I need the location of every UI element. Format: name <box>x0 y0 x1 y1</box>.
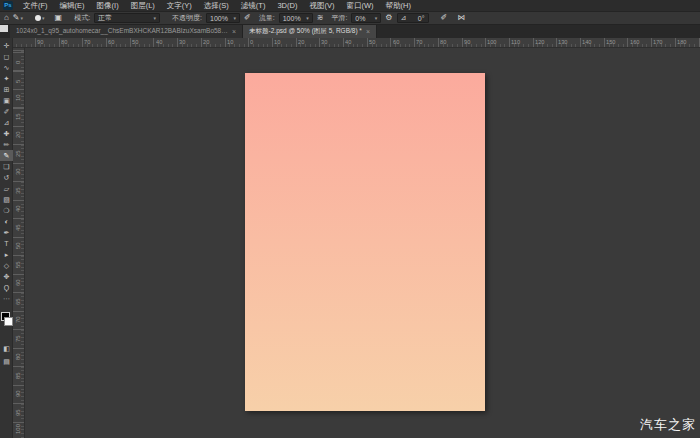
smoothing-select[interactable]: 0% ▾ <box>351 13 381 23</box>
pressure-opacity-icon[interactable]: ✐ <box>244 12 251 24</box>
brush-panel-toggle-icon[interactable]: ▣ <box>55 12 63 24</box>
brush-tool[interactable]: ✎ <box>0 150 13 161</box>
ruler-label: 50 <box>132 39 138 45</box>
brush-angle-field[interactable]: ⊿ 0° <box>397 13 429 23</box>
menu-item[interactable]: 图层(L) <box>125 0 161 12</box>
menu-item[interactable]: 编辑(E) <box>54 0 91 12</box>
document-canvas[interactable] <box>245 73 485 411</box>
chevron-down-icon: ▾ <box>21 15 24 21</box>
history-brush-tool[interactable]: ↺ <box>0 172 13 183</box>
blend-mode-select[interactable]: 正常 ▾ <box>94 13 160 23</box>
toolbar-more[interactable]: ⋯ <box>0 293 13 304</box>
workspace-corner <box>0 25 8 32</box>
ruler-label: 30 <box>15 168 21 175</box>
move-tool[interactable]: ✛ <box>0 40 13 51</box>
pressure-size-icon[interactable]: ✐ <box>441 12 448 24</box>
menu-item[interactable]: 选择(S) <box>198 0 235 12</box>
ruler-label: 20 <box>15 131 21 138</box>
menu-item[interactable]: 视图(V) <box>303 0 340 12</box>
chevron-down-icon: ▾ <box>42 15 45 21</box>
document-tab[interactable]: 1024x0_1_q95_autohomecar__ChsEmBXHCKAR12… <box>10 25 243 38</box>
vertical-ruler[interactable]: 0510152025303540455055606570758085909510… <box>13 48 25 438</box>
ruler-label: 15 <box>15 113 21 120</box>
horizontal-ruler[interactable]: 9080706050403020100102030405060708090100… <box>13 38 700 48</box>
clone-stamp-tool[interactable]: ❏ <box>0 161 13 172</box>
ruler-label: 95 <box>15 409 21 416</box>
ruler-label: 130 <box>558 39 568 45</box>
app-logo-icon[interactable]: Ps <box>3 1 13 10</box>
menu-items: 文件(F)编辑(E)图像(I)图层(L)文字(Y)选择(S)滤镜(T)3D(D)… <box>17 0 417 12</box>
flow-select[interactable]: 100% ▾ <box>279 13 313 23</box>
ruler-label: 5 <box>15 79 21 82</box>
angle-icon: ⊿ <box>401 14 407 22</box>
ruler-label: 10 <box>274 39 280 45</box>
pasteboard[interactable]: 汽车之家 <box>25 48 700 438</box>
ruler-tool[interactable]: ⊿ <box>0 117 13 128</box>
document-tab-title: 未标题-2.psd @ 50% (图层 5, RGB/8) * <box>249 27 362 36</box>
rectangular-marquee-tool[interactable]: ◻ <box>0 51 13 62</box>
quick-selection-tool[interactable]: ✦ <box>0 73 13 84</box>
gear-icon[interactable]: ⚙ <box>385 12 392 24</box>
ruler-label: 10 <box>15 94 21 101</box>
options-bar: ⌂ ✎ ▾ ▾ ▣ 模式: 正常 ▾ 不透明度: 100% ▾ ✐ 流量: 10… <box>0 12 700 25</box>
ruler-label: 160 <box>630 39 640 45</box>
frame-tool[interactable]: ▣ <box>0 95 13 106</box>
ruler-label: 170 <box>653 39 663 45</box>
menu-item[interactable]: 图像(I) <box>91 0 125 12</box>
ruler-label: 80 <box>15 353 21 360</box>
symmetry-icon[interactable]: ⋈ <box>457 12 465 24</box>
gradient-tool[interactable]: ▨ <box>0 194 13 205</box>
path-selection-tool[interactable]: ▸ <box>0 249 13 260</box>
ruler-label: 80 <box>440 39 446 45</box>
document-tab-title: 1024x0_1_q95_autohomecar__ChsEmBXHCKAR12… <box>16 27 228 36</box>
color-swatches[interactable] <box>0 308 13 328</box>
ruler-label: 55 <box>15 261 21 268</box>
ruler-label: 50 <box>15 242 21 249</box>
hand-tool[interactable]: ✥ <box>0 271 13 282</box>
close-icon[interactable]: × <box>366 28 370 35</box>
spot-healing-brush-tool[interactable]: ✚ <box>0 128 13 139</box>
eyedropper-tool[interactable]: ✐ <box>0 106 13 117</box>
background-color-swatch[interactable] <box>4 317 13 326</box>
zoom-tool[interactable]: Ϙ <box>0 282 13 293</box>
brush-preset-picker[interactable]: ✎ ▾ <box>13 12 23 24</box>
flow-label: 流量: <box>259 13 275 23</box>
ruler-label: 65 <box>15 298 21 305</box>
brush-tip-picker[interactable]: ▾ <box>35 15 45 21</box>
airbrush-icon[interactable]: ≋ <box>317 12 324 24</box>
menu-bar: Ps 文件(F)编辑(E)图像(I)图层(L)文字(Y)选择(S)滤镜(T)3D… <box>0 0 700 12</box>
dodge-tool[interactable]: ◐ <box>0 216 13 227</box>
screen-mode-button[interactable]: ▤ <box>0 356 13 367</box>
lasso-tool[interactable]: ∿ <box>0 62 13 73</box>
eraser-tool[interactable]: ▱ <box>0 183 13 194</box>
ruler-label: 40 <box>345 39 351 45</box>
ruler-label: 45 <box>15 224 21 231</box>
quick-mask-button[interactable]: ◧ <box>0 343 13 354</box>
menu-item[interactable]: 帮助(H) <box>380 0 417 12</box>
ruler-label: 90 <box>15 390 21 397</box>
ruler-label: 180 <box>677 39 687 45</box>
crop-tool[interactable]: ⊞ <box>0 84 13 95</box>
blur-tool[interactable]: ❍ <box>0 205 13 216</box>
menu-item[interactable]: 文字(Y) <box>161 0 198 12</box>
tabs-container: 1024x0_1_q95_autohomecar__ChsEmBXHCKAR12… <box>10 25 377 38</box>
smoothing-value: 0% <box>355 15 365 22</box>
chevron-down-icon: ▾ <box>154 15 157 21</box>
ruler-label: 20 <box>298 39 304 45</box>
menu-item[interactable]: 3D(D) <box>271 0 303 12</box>
menu-item[interactable]: 文件(F) <box>17 0 54 12</box>
pen-tool[interactable]: ✒ <box>0 227 13 238</box>
type-tool[interactable]: T <box>0 238 13 249</box>
ruler-label: 60 <box>108 39 114 45</box>
opacity-select[interactable]: 100% ▾ <box>206 13 240 23</box>
menu-item[interactable]: 窗口(W) <box>340 0 379 12</box>
ruler-label: 80 <box>61 39 67 45</box>
ruler-label: 140 <box>582 39 592 45</box>
shape-tool[interactable]: ◇ <box>0 260 13 271</box>
menu-item[interactable]: 滤镜(T) <box>235 0 272 12</box>
close-icon[interactable]: × <box>232 28 236 35</box>
pencil-tool[interactable]: ✏ <box>0 139 13 150</box>
home-icon[interactable]: ⌂ <box>4 12 9 24</box>
document-tab[interactable]: 未标题-2.psd @ 50% (图层 5, RGB/8) *× <box>243 25 377 38</box>
ruler-label: 40 <box>15 205 21 212</box>
